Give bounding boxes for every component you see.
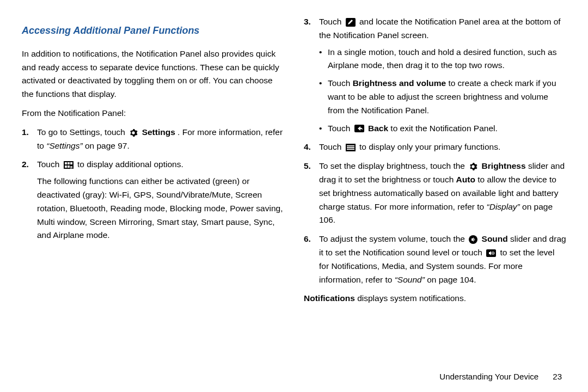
sound-circle-icon	[469, 235, 477, 244]
item-number: 2.	[22, 158, 29, 171]
notifications-note: Notifications displays system notificati…	[304, 292, 566, 305]
back-arrow-icon	[354, 125, 364, 132]
settings-ref: “Settings”	[46, 141, 82, 150]
svg-rect-2	[68, 162, 70, 164]
edit-pencil-icon	[346, 18, 356, 27]
svg-rect-12	[347, 147, 354, 148]
item-2-text: Touch to display additional options.	[37, 158, 284, 171]
section-heading: Accessing Additional Panel Functions	[22, 23, 284, 39]
svg-point-17	[493, 253, 494, 254]
manual-page: Accessing Additional Panel Functions In …	[0, 0, 588, 392]
list-item-2: 2. Touch to display additional options. …	[22, 158, 284, 242]
item-4-text: Touch to display only your primary funct…	[319, 140, 566, 154]
intro-paragraph: In addition to notifications, the Notifi…	[22, 47, 284, 101]
item-number: 4.	[304, 140, 311, 154]
ordered-list-cont: 3. Touch and locate the Notification Pan…	[304, 15, 566, 286]
settings-gear-icon	[129, 128, 138, 137]
list-item-6: 6. To adjust the system volume, touch th…	[304, 232, 566, 286]
svg-rect-5	[68, 166, 70, 168]
list-item-5: 5. To set the display brightness, touch …	[304, 160, 566, 227]
svg-rect-3	[70, 162, 72, 164]
svg-rect-11	[347, 145, 354, 146]
svg-rect-4	[65, 166, 67, 168]
section-title-footer: Understanding Your Device	[439, 372, 538, 381]
bullet-3b: Touch Brightness and volume to create a …	[319, 77, 566, 117]
list-lines-icon	[346, 144, 356, 151]
list-item-4: 4. Touch to display only your primary fu…	[304, 140, 566, 154]
grid-expand-icon	[64, 161, 74, 169]
svg-rect-7	[70, 168, 72, 169]
item-1-text: To go to Settings, touch Settings . For …	[37, 126, 284, 153]
brightness-gear-icon	[469, 162, 477, 171]
right-column: 3. Touch and locate the Notification Pan…	[304, 15, 566, 311]
two-column-layout: Accessing Additional Panel Functions In …	[22, 15, 566, 311]
page-footer: Understanding Your Device 23	[439, 372, 562, 381]
sound-settings-icon	[486, 249, 496, 257]
left-column: Accessing Additional Panel Functions In …	[22, 15, 284, 311]
item-number: 5.	[304, 160, 311, 173]
from-line: From the Notification Panel:	[22, 107, 284, 120]
item-number: 6.	[304, 232, 311, 246]
list-item-3: 3. Touch and locate the Notification Pan…	[304, 15, 566, 135]
svg-rect-13	[347, 149, 354, 150]
settings-label: Settings	[142, 127, 175, 137]
item-5-text: To set the display brightness, touch the…	[319, 160, 566, 227]
item-number: 1.	[22, 126, 29, 139]
svg-rect-1	[65, 162, 67, 164]
item-number: 3.	[304, 15, 311, 29]
bullet-3c: Touch Back to exit the Notification Pane…	[319, 122, 566, 136]
page-number: 23	[553, 372, 562, 381]
list-item-1: 1. To go to Settings, touch Settings . F…	[22, 126, 284, 153]
bullet-3a: In a single motion, touch and hold a des…	[319, 46, 566, 73]
svg-rect-6	[70, 166, 72, 167]
item-2-detail: The following functions can either be ac…	[37, 175, 284, 242]
ordered-list: 1. To go to Settings, touch Settings . F…	[22, 126, 284, 242]
item-6-text: To adjust the system volume, touch the S…	[319, 232, 566, 286]
item-3-text: Touch and locate the Notification Panel …	[319, 15, 566, 42]
